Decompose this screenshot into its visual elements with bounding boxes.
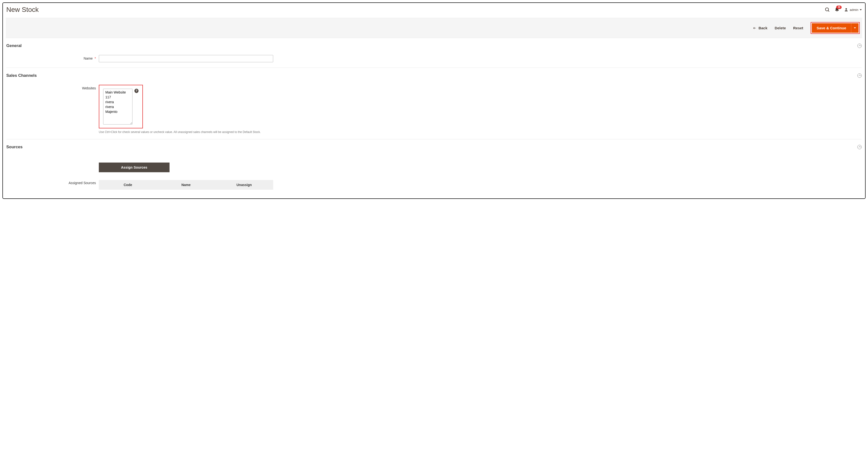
website-option[interactable]: 117	[104, 95, 132, 100]
section-toggle-sales-channels[interactable]: Sales Channels	[6, 73, 862, 78]
back-button[interactable]: Back	[753, 26, 768, 30]
website-option[interactable]: rivera	[104, 104, 132, 109]
section-title-general: General	[6, 43, 22, 48]
svg-point-2	[845, 8, 847, 10]
user-icon	[844, 7, 848, 12]
section-toggle-sources[interactable]: Sources	[6, 145, 862, 150]
collapse-icon	[857, 145, 862, 149]
website-option[interactable]: Majento	[104, 109, 132, 114]
help-icon[interactable]: ?	[134, 89, 138, 93]
websites-highlight-box: Main Website117riverariveraMajento ?	[99, 85, 143, 128]
name-label: Name	[84, 57, 93, 60]
save-button-highlight: Save & Continue	[811, 22, 860, 34]
collapse-icon	[857, 43, 862, 48]
section-sources: Sources Assign Sources Assigned Sources …	[6, 139, 862, 195]
section-general: General Name *	[6, 38, 862, 68]
notifications-icon[interactable]: 39	[834, 7, 840, 12]
col-code: Code	[99, 183, 157, 187]
chevron-down-icon	[860, 9, 862, 10]
website-option[interactable]: Main Website	[104, 90, 132, 95]
col-unassign: Unassign	[215, 183, 273, 187]
svg-point-0	[826, 8, 829, 11]
website-option[interactable]: rivera	[104, 100, 132, 104]
col-name: Name	[157, 183, 215, 187]
sources-table-header: Code Name Unassign	[99, 180, 273, 190]
assign-sources-button[interactable]: Assign Sources	[99, 162, 169, 172]
delete-button[interactable]: Delete	[775, 26, 786, 30]
page-title: New Stock	[6, 6, 39, 13]
save-continue-button[interactable]: Save & Continue	[812, 23, 851, 33]
section-title-sources: Sources	[6, 145, 23, 150]
search-icon[interactable]	[825, 7, 830, 12]
svg-line-1	[828, 10, 829, 12]
websites-hint: Use Ctrl+Click for check several values …	[99, 130, 862, 134]
websites-multiselect[interactable]: Main Website117riverariveraMajento	[103, 89, 132, 125]
save-dropdown-toggle[interactable]	[851, 23, 859, 33]
section-toggle-general[interactable]: General	[6, 43, 862, 48]
section-title-sales-channels: Sales Channels	[6, 73, 37, 78]
collapse-icon	[857, 73, 862, 78]
admin-account-menu[interactable]: admin	[844, 7, 862, 12]
reset-button[interactable]: Reset	[793, 26, 803, 30]
section-sales-channels: Sales Channels Websites Main Website117r…	[6, 68, 862, 139]
notifications-badge: 39	[836, 6, 841, 9]
page-actions-bar: Back Delete Reset Save & Continue	[6, 18, 862, 38]
assigned-sources-label: Assigned Sources	[68, 181, 96, 185]
name-input[interactable]	[99, 55, 273, 62]
chevron-down-icon	[854, 27, 856, 29]
websites-label: Websites	[82, 86, 96, 90]
arrow-left-icon	[753, 26, 756, 30]
required-star-icon: *	[95, 57, 96, 60]
admin-label: admin	[850, 8, 858, 12]
